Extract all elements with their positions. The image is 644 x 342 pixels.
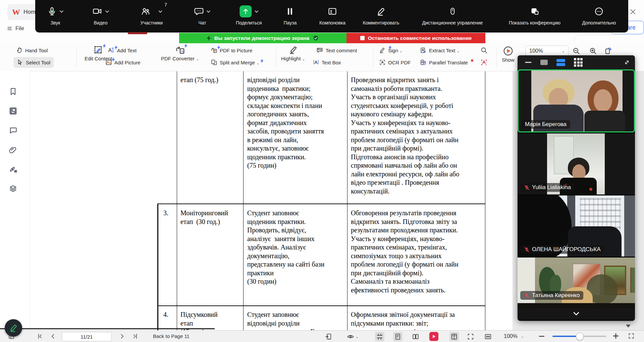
cursor-icon [17, 59, 23, 66]
participant-name-label: Yuliia Lialiakina [520, 183, 575, 192]
page-jump-icon [604, 47, 612, 55]
translate-page-icon [480, 59, 488, 66]
extract-text-button[interactable]: Extract Text ⌄ [420, 45, 460, 56]
gallery-view-icon[interactable] [574, 58, 583, 67]
stop-sharing-button[interactable]: Остановить совместное использование [346, 33, 485, 43]
chevron-down-icon: ⌄ [562, 49, 565, 53]
scrollbar-down-arrow[interactable] [626, 325, 631, 328]
video-tile[interactable]: Yuliia Lialiakina [518, 133, 635, 194]
chevron-down-icon[interactable] [159, 10, 162, 13]
zoom-button-label: Чат [198, 20, 206, 25]
fullscreen-icon[interactable] [467, 333, 474, 340]
table-cell-activities: Оформлення звітної документації за підсу… [351, 310, 455, 330]
show-play-button[interactable]: Show [502, 46, 515, 63]
next-page-icon[interactable] [119, 333, 125, 340]
parallel-translate-label: Parallel Translate [429, 60, 468, 65]
page-jump-button[interactable] [604, 46, 612, 56]
zoom-show-meeting-button[interactable]: Показать конференцию [509, 3, 560, 25]
table-cell-stage: етап (75 год.) [180, 76, 218, 84]
zoom-pause-button[interactable]: Пауза [284, 3, 297, 25]
add-picture-button[interactable]: Add Picture [105, 57, 141, 68]
divider [76, 47, 77, 67]
zoom-layout-button[interactable]: Компоновка [319, 3, 345, 25]
zoom-in-button[interactable] [589, 46, 597, 56]
auto-scroll-icon[interactable] [325, 333, 332, 340]
status-zoom-control[interactable]: 100% ⌄ [504, 333, 524, 339]
table-cell-activities: Обговорення результатів проведення відкр… [351, 209, 459, 294]
hand-tool-button[interactable]: Hand Tool [16, 45, 48, 56]
parallel-translate-button[interactable]: Parallel Translate [420, 57, 473, 68]
sign-button[interactable]: Sign ⌄ [379, 45, 402, 56]
select-tool-button[interactable]: Select Tool [13, 57, 54, 68]
ocr-pdf-button[interactable]: OCR PDF [379, 57, 411, 68]
last-page-icon[interactable] [131, 333, 138, 340]
zoom-slider-handle[interactable] [576, 333, 584, 340]
previous-page-icon[interactable] [50, 333, 56, 340]
video-tile[interactable]: Марія Берегова [518, 69, 635, 132]
video-tile[interactable]: Татьяна Киреенко [518, 258, 635, 308]
pdf-converter-button[interactable]: W PDF Converter ⌄ [161, 45, 199, 61]
two-page-view-icon[interactable] [412, 333, 419, 340]
thumbnails-icon[interactable] [9, 107, 17, 115]
read-mode-button[interactable]: ⌄ [347, 333, 359, 340]
zoom-video-button[interactable]: Видео [92, 3, 109, 25]
expand-panel-icon[interactable] [624, 59, 630, 66]
slideshow-play-button[interactable] [429, 332, 438, 341]
chevron-down-icon[interactable] [255, 10, 258, 13]
toolbar-zoom-select[interactable]: 100% ⌄ [526, 46, 569, 56]
zoom-participants-button[interactable]: 7 Участники [141, 3, 163, 25]
zoom-annotate-button[interactable]: Комментировать [363, 3, 399, 25]
continuous-view-icon[interactable] [375, 332, 384, 341]
zoom-out-button[interactable] [572, 46, 580, 56]
comments-panel-icon[interactable] [9, 126, 17, 135]
search-button[interactable] [480, 45, 488, 56]
stack-view-icon[interactable] [556, 58, 565, 67]
zoom-chat-button[interactable]: Чат [194, 3, 210, 25]
expand-view-icon[interactable] [628, 333, 635, 339]
chevron-down-icon[interactable] [105, 10, 109, 13]
collapse-tiles-chevron[interactable] [518, 308, 635, 319]
zoom-plus-icon[interactable] [612, 333, 619, 339]
add-text-button[interactable]: Add Text [107, 45, 137, 56]
bookmark-icon[interactable] [9, 87, 17, 96]
first-page-icon[interactable] [37, 333, 44, 340]
attachment-icon[interactable] [9, 146, 17, 154]
back-to-page-button[interactable]: Back to Page 11 [153, 333, 190, 339]
minimize-icon[interactable] [525, 61, 532, 64]
zoom-remote-control-button[interactable]: Дистанционное управление [422, 3, 483, 25]
highlighter-icon [288, 45, 298, 55]
pdf-to-picture-button[interactable]: PDF to Picture [211, 45, 253, 56]
video-panel-titlebar[interactable] [518, 55, 635, 69]
zoom-minus-icon[interactable] [539, 334, 545, 339]
split-and-merge-button[interactable]: Split and Merge ⌄ [211, 57, 264, 68]
video-tile[interactable]: ОЛЕНА ШАЙГОРОДСЬКА [518, 195, 635, 256]
zoom-share-screen-button[interactable]: Поделиться [236, 3, 262, 25]
file-menu[interactable]: File [7, 23, 24, 34]
facing-pages-icon[interactable] [449, 332, 459, 341]
split-merge-icon [211, 59, 217, 66]
single-page-view-icon[interactable] [393, 332, 402, 341]
hand-icon [16, 47, 23, 54]
text-box-button[interactable]: Text Box [313, 57, 341, 68]
fit-width-icon[interactable] [484, 333, 492, 340]
camera-icon [92, 7, 102, 16]
zoom-audio-button[interactable]: Звук [47, 3, 63, 25]
chevron-down-icon[interactable] [60, 10, 63, 13]
table-cell-stage: Підсумковий етап (15 год.) [180, 310, 218, 330]
chevron-down-icon[interactable] [207, 10, 210, 13]
page-indicator-input[interactable]: 11/21 [62, 332, 112, 341]
divider [276, 47, 276, 67]
speaker-view-icon[interactable] [540, 60, 548, 65]
table-cell-activities: Проведення відкритих занять і самоаналіз… [351, 76, 459, 195]
signature-panel-icon[interactable] [9, 165, 18, 174]
annotation-pencil-button[interactable] [5, 319, 22, 337]
document-page[interactable]: етап (75 год.) відповідні розділи щоденн… [30, 71, 513, 330]
translate-page-button[interactable] [480, 57, 488, 68]
highlight-button[interactable]: Highlight ⌄ [281, 45, 305, 61]
close-window-icon[interactable] [628, 7, 638, 17]
zoom-button-label: Поделиться [236, 20, 262, 25]
layers-icon[interactable] [9, 184, 17, 193]
zoom-more-button[interactable]: Дополнительно [582, 3, 616, 25]
divider [496, 47, 497, 67]
text-comment-button[interactable]: A Text comment [316, 45, 357, 56]
